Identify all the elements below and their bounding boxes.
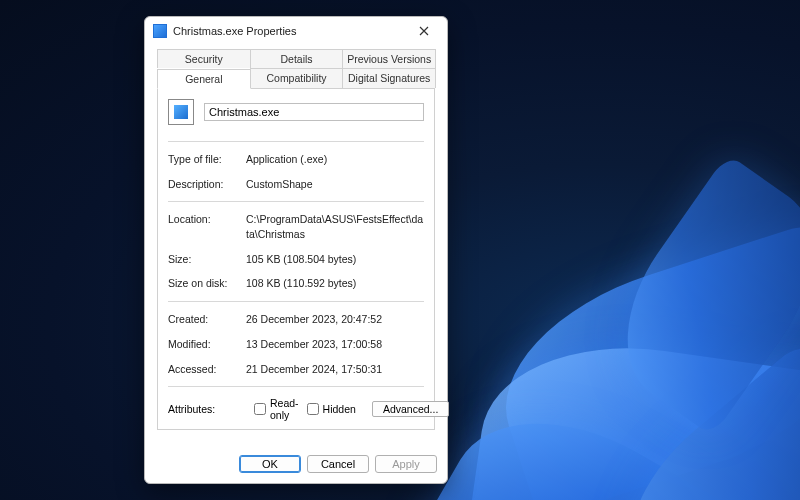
hidden-checkbox-label: Hidden: [323, 403, 356, 415]
divider: [168, 386, 424, 387]
tab-compatibility[interactable]: Compatibility: [250, 68, 344, 88]
divider: [168, 301, 424, 302]
attributes-label: Attributes:: [168, 403, 246, 415]
accessed-value: 21 December 2024, 17:50:31: [246, 362, 424, 377]
advanced-button[interactable]: Advanced...: [372, 401, 449, 417]
accessed-label: Accessed:: [168, 362, 246, 377]
filename-input[interactable]: [204, 103, 424, 121]
divider: [168, 201, 424, 202]
app-icon: [153, 24, 167, 38]
created-value: 26 December 2023, 20:47:52: [246, 312, 424, 327]
readonly-checkbox-label: Read-only: [270, 397, 299, 421]
dialog-button-bar: OK Cancel Apply: [145, 447, 447, 483]
close-icon: [419, 26, 429, 36]
tab-strip: Security Details Previous Versions Gener…: [151, 45, 441, 430]
location-label: Location:: [168, 212, 246, 241]
tab-general[interactable]: General: [157, 69, 251, 89]
divider: [168, 141, 424, 142]
apply-button[interactable]: Apply: [375, 455, 437, 473]
properties-dialog: Christmas.exe Properties Security Detail…: [144, 16, 448, 484]
modified-value: 13 December 2023, 17:00:58: [246, 337, 424, 352]
tab-digital-signatures[interactable]: Digital Signatures: [342, 68, 436, 88]
modified-label: Modified:: [168, 337, 246, 352]
description-value: CustomShape: [246, 177, 424, 192]
description-label: Description:: [168, 177, 246, 192]
size-value: 105 KB (108.504 bytes): [246, 252, 424, 267]
titlebar[interactable]: Christmas.exe Properties: [145, 17, 447, 45]
type-of-file-label: Type of file:: [168, 152, 246, 167]
general-panel: Type of file: Application (.exe) Descrip…: [157, 88, 435, 430]
tab-previous-versions[interactable]: Previous Versions: [342, 49, 436, 68]
readonly-checkbox-input[interactable]: [254, 403, 266, 415]
size-label: Size:: [168, 252, 246, 267]
size-on-disk-label: Size on disk:: [168, 276, 246, 291]
created-label: Created:: [168, 312, 246, 327]
readonly-checkbox[interactable]: Read-only: [254, 397, 299, 421]
hidden-checkbox[interactable]: Hidden: [307, 403, 356, 415]
tab-security[interactable]: Security: [157, 49, 251, 68]
close-button[interactable]: [407, 19, 441, 43]
tab-details[interactable]: Details: [250, 49, 344, 68]
location-value: C:\ProgramData\ASUS\FestsEffect\data\Chr…: [246, 212, 424, 241]
cancel-button[interactable]: Cancel: [307, 455, 369, 473]
size-on-disk-value: 108 KB (110.592 bytes): [246, 276, 424, 291]
hidden-checkbox-input[interactable]: [307, 403, 319, 415]
ok-button[interactable]: OK: [239, 455, 301, 473]
type-of-file-value: Application (.exe): [246, 152, 424, 167]
file-icon: [168, 99, 194, 125]
window-title: Christmas.exe Properties: [173, 25, 407, 37]
